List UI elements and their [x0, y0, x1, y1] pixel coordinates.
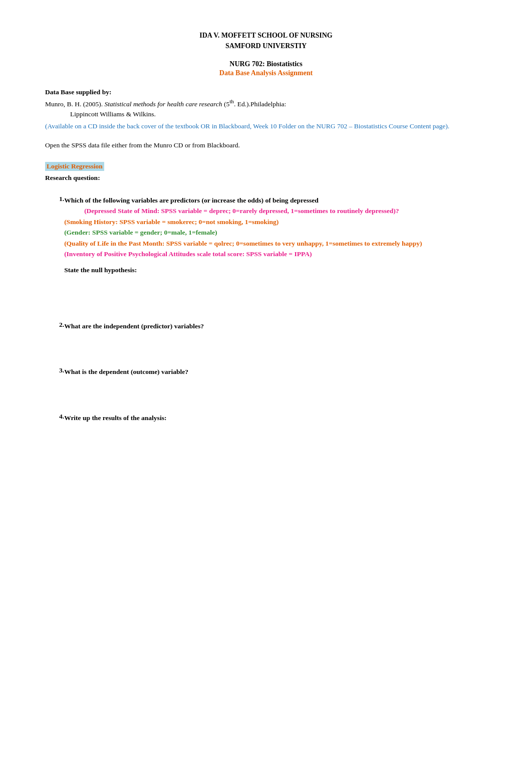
school-header: IDA V. MOFFETT SCHOOL OF NURSING SAMFORD…: [45, 30, 487, 51]
q3-number: 3.: [45, 366, 64, 374]
open-spss-text: Open the SPSS data file either from the …: [45, 140, 487, 150]
q1-content: Which of the following variables are pre…: [64, 195, 487, 306]
course-title: NURG 702: Biostatistics: [45, 60, 487, 68]
question-4: 4. Write up the results of the analysis:: [45, 413, 487, 424]
q3-bold-text: What is the dependent (outcome) variable…: [64, 368, 188, 375]
q1-bold-text: Which of the following variables are pre…: [64, 197, 319, 204]
q1-pink2: (Inventory of Positive Psychological Att…: [64, 250, 312, 258]
questions-list: 1. Which of the following variables are …: [45, 195, 487, 424]
assignment-title: Data Base Analysis Assignment: [45, 69, 487, 77]
q1-number: 1.: [45, 195, 64, 203]
q1-orange2: (Quality of Life in the Past Month: SPSS…: [64, 240, 422, 247]
reference-superscript: th: [229, 98, 234, 104]
school-name-line2: SAMFORD UNIVERSTIY: [225, 42, 307, 50]
q2-content: What are the independent (predictor) var…: [64, 321, 487, 352]
q1-green1: (Gender: SPSS variable = gender; 0=male,…: [64, 229, 217, 236]
q3-content: What is the dependent (outcome) variable…: [64, 366, 487, 398]
question-3: 3. What is the dependent (outcome) varia…: [45, 366, 487, 398]
question-1: 1. Which of the following variables are …: [45, 195, 487, 306]
q4-content: Write up the results of the analysis:: [64, 413, 487, 424]
reference-author: Munro, B. H. (2005).: [45, 100, 105, 108]
q1-pink1: (Depressed State of Mind: SPSS variable …: [64, 206, 487, 217]
reference-indent: Lippincott Williams & Wilkins.: [45, 109, 487, 119]
logistic-regression-label: Logistic Regression: [45, 162, 104, 171]
reference-edition: (5: [222, 100, 230, 108]
q4-number: 4.: [45, 413, 64, 421]
research-question-label: Research question:: [45, 174, 487, 182]
reference-rest: . Ed.).Philadelphia:: [234, 100, 286, 108]
q4-bold-text: Write up the results of the analysis:: [64, 414, 166, 422]
q2-bold-text: What are the independent (predictor) var…: [64, 322, 204, 330]
database-label: Data Base supplied by:: [45, 88, 487, 96]
available-note: (Available on a CD inside the back cover…: [45, 121, 487, 131]
q1-orange1: (Smoking History: SPSS variable = smoker…: [64, 218, 279, 226]
reference-title: Statistical methods for health care rese…: [105, 100, 222, 108]
reference-line: Munro, B. H. (2005). Statistical methods…: [45, 97, 487, 119]
q1-state-null: State the null hypothesis:: [64, 266, 137, 274]
question-2: 2. What are the independent (predictor) …: [45, 321, 487, 352]
q2-number: 2.: [45, 321, 64, 329]
school-name-line1: IDA V. MOFFETT SCHOOL OF NURSING: [199, 32, 333, 39]
